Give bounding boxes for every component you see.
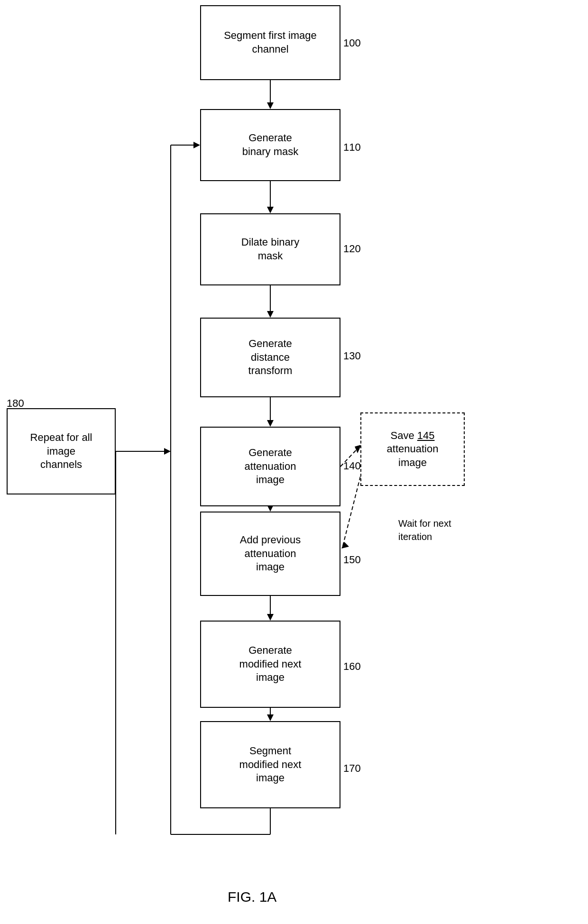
label-160: 160 [343,660,361,673]
label-wait-iteration: Wait for nextiteration [398,517,451,543]
box-segment-first: Segment first image channel [200,5,340,80]
box-generate-binary-mask: Generatebinary mask [200,109,340,181]
label-140: 140 [343,460,361,472]
svg-marker-17 [341,542,349,549]
label-150: 150 [343,554,361,566]
svg-marker-5 [267,311,274,318]
svg-marker-11 [267,614,274,621]
svg-marker-22 [193,142,200,148]
label-100: 100 [343,37,361,49]
svg-line-16 [342,476,360,548]
figure-title: FIG. 1A [228,889,276,905]
label-180: 180 [7,397,24,410]
box-generate-attenuation-image: Generateattenuationimage [200,427,340,506]
label-120: 120 [343,243,361,255]
label-110: 110 [343,141,361,154]
box-save-attenuation-image: Save 145attenuationimage [360,412,465,486]
box-generate-modified-next: Generatemodified nextimage [200,621,340,708]
box-add-previous-attenuation: Add previousattenuationimage [200,512,340,596]
label-130: 130 [343,350,361,362]
svg-marker-13 [267,714,274,721]
svg-marker-3 [267,207,274,213]
label-170: 170 [343,762,361,775]
diagram-container: Segment first image channel Generatebina… [0,0,588,924]
svg-marker-24 [164,448,171,455]
svg-marker-1 [267,102,274,109]
box-generate-distance-transform: Generatedistancetransform [200,318,340,397]
svg-marker-7 [267,420,274,427]
box-repeat-all-channels: Repeat for allimagechannels [7,408,116,494]
box-segment-modified-next: Segmentmodified nextimage [200,721,340,808]
box-dilate-binary-mask: Dilate binarymask [200,213,340,285]
